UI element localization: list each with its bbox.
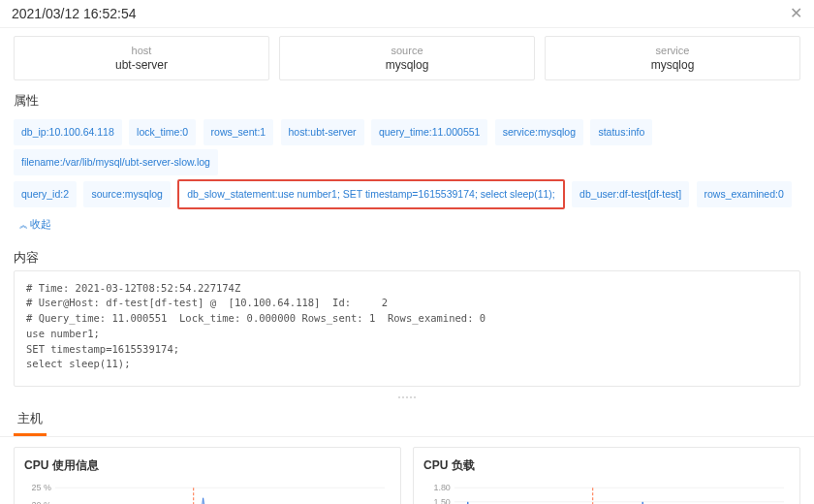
service-value: mysqlog	[546, 58, 799, 72]
tag[interactable]: status:info	[590, 119, 652, 145]
collapse-toggle[interactable]: ︽收起	[19, 213, 51, 236]
attributes-title: 属性	[0, 88, 814, 113]
page-timestamp: 2021/03/12 16:52:54	[12, 6, 136, 21]
service-label: service	[546, 45, 799, 56]
log-content: # Time: 2021-03-12T08:52:54.227174Z # Us…	[14, 270, 800, 387]
chart-svg: 0.000.300.600.901.201.501.8016:3016:4517…	[423, 482, 790, 504]
tag[interactable]: db_ip:10.100.64.118	[14, 119, 122, 145]
collapse-label: 收起	[30, 218, 51, 230]
tag[interactable]: source:mysqlog	[83, 181, 171, 207]
host-value: ubt-server	[15, 58, 268, 72]
summary-source: source mysqlog	[279, 36, 535, 80]
tag[interactable]: rows_sent:1	[204, 119, 274, 145]
resize-handle[interactable]	[392, 396, 422, 400]
summary-service: service mysqlog	[545, 36, 800, 80]
tag[interactable]: query_id:2	[14, 181, 77, 207]
svg-text:1.80: 1.80	[433, 483, 450, 492]
tab-host[interactable]: 主机	[14, 404, 47, 436]
chart-title: CPU 使用信息	[24, 457, 391, 474]
host-label: host	[15, 45, 268, 56]
content-title: 内容	[0, 245, 814, 270]
chart-cpu-load: CPU 负载 0.000.300.600.901.201.501.8016:30…	[413, 447, 800, 504]
highlighted-tag[interactable]: db_slow_statement:use number1; SET times…	[177, 179, 565, 209]
tag[interactable]: lock_time:0	[129, 119, 196, 145]
chart-title: CPU 负载	[423, 457, 790, 474]
summary-host: host ubt-server	[14, 36, 269, 80]
tag[interactable]: db_user:df-test[df-test]	[572, 181, 689, 207]
svg-text:25 %: 25 %	[31, 483, 50, 492]
attribute-tags: db_ip:10.100.64.118 lock_time:0 rows_sen…	[0, 113, 814, 245]
svg-text:20 %: 20 %	[31, 499, 50, 504]
close-icon[interactable]: ✕	[790, 6, 802, 21]
tag[interactable]: host:ubt-server	[281, 119, 364, 145]
chart-svg: 0 %5 %10 %15 %20 %25 %16:3016:4517:0017:…	[24, 482, 391, 504]
source-label: source	[280, 45, 534, 56]
chart-cpu-usage: CPU 使用信息 0 %5 %10 %15 %20 %25 %16:3016:4…	[14, 447, 401, 504]
tag[interactable]: query_time:11.000551	[371, 119, 488, 145]
tag[interactable]: filename:/var/lib/mysql/ubt-server-slow.…	[14, 149, 218, 175]
svg-text:1.50: 1.50	[433, 497, 450, 504]
source-value: mysqlog	[280, 58, 534, 72]
tag[interactable]: service:mysqlog	[495, 119, 583, 145]
tag[interactable]: rows_examined:0	[697, 181, 792, 207]
chevron-up-icon: ︽	[19, 220, 28, 230]
